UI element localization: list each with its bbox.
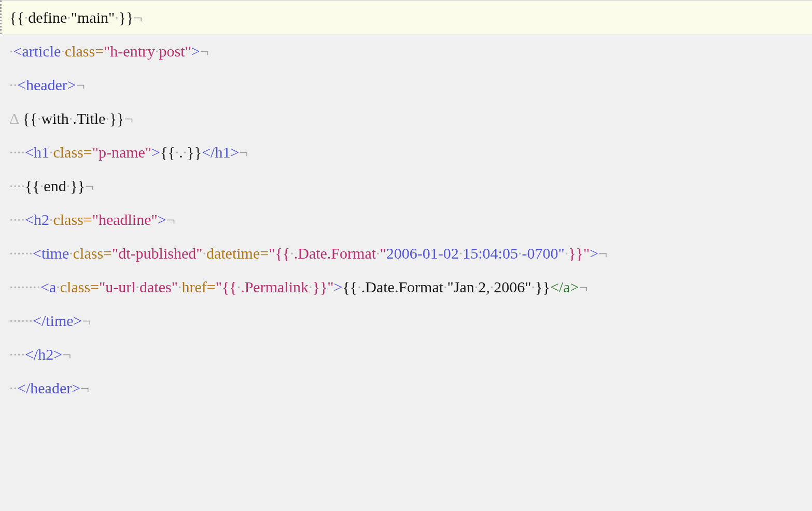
code-line[interactable]: ····</h2>¬ bbox=[0, 337, 812, 371]
code-token-endmark: ¬ bbox=[166, 211, 175, 228]
code-token-ws: ·· bbox=[9, 76, 17, 93]
code-token-text: "main" bbox=[71, 9, 115, 26]
code-line[interactable]: ········<a·class="u-url·dates"·href="{{·… bbox=[0, 270, 812, 304]
code-token-tag: -0700" bbox=[522, 245, 564, 262]
code-token-string: "p-name" bbox=[92, 144, 151, 161]
code-token-tag: <header> bbox=[17, 76, 76, 93]
code-token-tag: > bbox=[590, 245, 598, 262]
code-line[interactable]: ····<h1·class="p-name">{{·.·}}</h1>¬ bbox=[0, 135, 812, 169]
code-token-ws: ···· bbox=[9, 346, 25, 363]
code-token-tag: <h2 bbox=[25, 211, 49, 228]
code-token-string: "headline" bbox=[92, 211, 158, 228]
code-token-ws: ···· bbox=[9, 211, 25, 228]
code-token-ws: · bbox=[202, 245, 206, 262]
code-token-string: "{{ bbox=[269, 245, 290, 262]
code-token-text: end bbox=[44, 177, 66, 194]
code-token-endmark: ¬ bbox=[200, 42, 209, 60]
code-token-string: }}" bbox=[313, 278, 334, 295]
code-token-tag: > bbox=[334, 278, 343, 295]
code-token-text: 2006" bbox=[494, 278, 531, 295]
code-token-ws: · bbox=[531, 278, 536, 295]
code-line[interactable]: Δ {{·with·.Title·}}¬ bbox=[0, 102, 812, 135]
code-token-tag: > bbox=[191, 42, 200, 60]
code-token-tag: <h1 bbox=[25, 144, 49, 161]
code-token-text: {{ bbox=[9, 9, 24, 26]
code-line[interactable]: ··<header>¬ bbox=[0, 68, 812, 102]
code-token-attr: class= bbox=[53, 144, 92, 161]
code-token-text: "Jan bbox=[447, 278, 474, 295]
code-token-string: "{{ bbox=[216, 278, 237, 295]
code-line[interactable]: ····{{·end·}}¬ bbox=[0, 169, 812, 203]
code-token-text: . bbox=[179, 144, 183, 161]
code-token-text: with bbox=[41, 110, 68, 127]
code-token-tag: 2006-01-02 bbox=[386, 245, 459, 262]
code-token-ws: · bbox=[69, 245, 73, 262]
code-token-string: post" bbox=[159, 42, 191, 60]
code-token-attr: datetime= bbox=[206, 245, 269, 262]
code-token-endmark: ¬ bbox=[579, 278, 587, 295]
code-line[interactable]: {{·define·"main"·}}¬ bbox=[0, 1, 812, 34]
code-token-ws: ···· bbox=[9, 144, 25, 161]
code-token-text: {{ bbox=[22, 110, 37, 127]
code-line[interactable]: ··</header>¬ bbox=[0, 371, 812, 405]
code-token-tag: > bbox=[151, 144, 160, 161]
code-token-string: "u-url bbox=[99, 278, 136, 295]
code-token-ws: · bbox=[376, 245, 380, 262]
code-token-ws: · bbox=[290, 245, 294, 262]
code-token-ws: Δ bbox=[9, 110, 22, 127]
code-token-ws: · bbox=[61, 42, 65, 60]
code-line[interactable]: ·<article·class="h-entry·post">¬ bbox=[0, 34, 812, 68]
code-token-endmark: ¬ bbox=[85, 177, 94, 194]
code-token-endmark: ¬ bbox=[124, 110, 133, 127]
code-token-endmark: ¬ bbox=[62, 346, 71, 363]
code-token-text: define bbox=[28, 9, 67, 26]
code-token-string: " bbox=[380, 245, 386, 262]
code-token-string: }}" bbox=[568, 245, 590, 262]
code-token-ws: · bbox=[357, 278, 361, 295]
code-token-text: }} bbox=[70, 177, 85, 194]
code-token-closetag: </a> bbox=[550, 278, 579, 295]
code-token-attr: class= bbox=[53, 211, 92, 228]
code-token-tag: </header> bbox=[17, 379, 80, 396]
code-token-tag: </h2> bbox=[25, 346, 62, 363]
code-token-endmark: ¬ bbox=[76, 76, 85, 93]
code-token-ws: · bbox=[67, 9, 71, 26]
code-token-tag: <time bbox=[33, 245, 69, 262]
code-token-endmark: ¬ bbox=[80, 379, 89, 396]
code-token-endmark: ¬ bbox=[239, 144, 248, 161]
code-token-attr: class= bbox=[60, 278, 99, 295]
code-token-text: }} bbox=[109, 110, 124, 127]
code-token-tag: </h1> bbox=[202, 144, 239, 161]
code-token-ws: ········ bbox=[9, 278, 40, 295]
code-token-text: }} bbox=[187, 144, 202, 161]
code-token-string: dates" bbox=[139, 278, 178, 295]
code-token-tag: > bbox=[158, 211, 166, 228]
code-editor[interactable]: {{·define·"main"·}}¬·<article·class="h-e… bbox=[0, 0, 812, 405]
code-token-attr: class= bbox=[65, 42, 104, 60]
code-token-string: "dt-published" bbox=[112, 245, 202, 262]
code-line[interactable]: ······</time>¬ bbox=[0, 304, 812, 337]
code-token-text: {{ bbox=[160, 144, 175, 161]
code-token-text: .Title bbox=[73, 110, 105, 127]
code-token-ws: · bbox=[309, 278, 313, 295]
code-token-text: }} bbox=[119, 9, 134, 26]
code-token-text: .Date.Format bbox=[361, 278, 443, 295]
code-token-tag: 15:04:05 bbox=[463, 245, 518, 262]
code-token-attr: class= bbox=[73, 245, 112, 262]
code-token-string: .Permalink bbox=[241, 278, 309, 295]
code-token-text: }} bbox=[535, 278, 550, 295]
code-token-ws: · bbox=[56, 278, 60, 295]
code-line[interactable]: ····<h2·class="headline">¬ bbox=[0, 203, 812, 236]
code-token-ws: · bbox=[105, 110, 109, 127]
code-token-text: {{ bbox=[342, 278, 357, 295]
code-token-string: .Date.Format bbox=[294, 245, 376, 262]
code-token-ws: ·· bbox=[9, 379, 17, 396]
code-token-tag: <article bbox=[13, 42, 61, 60]
code-token-ws: · bbox=[136, 278, 140, 295]
code-token-text: 2, bbox=[478, 278, 490, 295]
code-line[interactable]: ······<time·class="dt-published"·datetim… bbox=[0, 236, 812, 270]
code-token-tag: <a bbox=[40, 278, 56, 295]
code-token-ws: · bbox=[9, 42, 13, 60]
code-token-ws: ······ bbox=[9, 245, 33, 262]
code-token-endmark: ¬ bbox=[134, 9, 143, 26]
